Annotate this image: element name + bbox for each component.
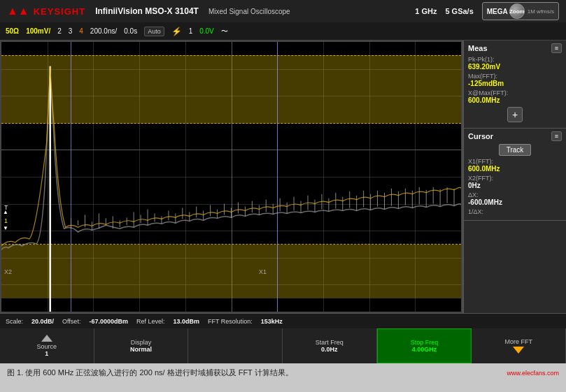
scale-value: 20.0dB/ [31,318,54,325]
ch2-display: 2 [57,27,62,35]
meas-section: Meas ≡ Pk-Pk(1): 639.20mV Max(FFT): -125… [464,41,566,129]
specs-area: 1 GHz 5 GSa/s MEGA Zoom 1M wfms/s [415,2,559,20]
impedance-display: 50Ω [6,27,19,35]
cursor-title: Cursor [468,132,493,140]
time-div-display: 200.0ns/ [90,27,117,35]
logo-area: ▲▲ KEYSIGHT [7,5,85,17]
offset-value: -67.0000dBm [89,318,128,325]
delay-display: 0.0s [124,27,137,35]
scale-bar: Scale: 20.0dB/ Offset: -67.0000dBm Ref L… [0,313,566,328]
more-fft-label: More FFT [504,338,532,345]
x2-fft-value: 0Hz [468,182,562,189]
zoom-text: Zoom [509,8,525,15]
trig-level-display: 0.0V [199,27,214,35]
pk-pk-value: 639.20mV [468,63,562,71]
stop-freq-label: Stop Freq [411,339,439,346]
pk-pk-row: Pk-Pk(1): 639.20mV [468,56,562,71]
bottom-button-bar: Source 1 Display Normal Start Freq 0.0Hz… [0,328,566,363]
caption-area: 图 1. 使用 600 MHz 正弦波输入进行的 200 ns/ 格进行时域捕获… [0,363,566,382]
x2-fft-label: X2(FFT): [468,175,562,182]
ref-level-label: Ref Level: [136,318,165,325]
delta-x-row: ΔX: -600.0MHz [468,191,562,206]
pk-pk-label: Pk-Pk(1): [468,56,562,63]
ch-arrow-up: ▲ [3,209,8,215]
sample-rate-spec: 5 GSa/s [445,7,473,15]
waveform-icon: 〜 [221,27,228,36]
model-label: InfiniiVision MSO-X 3104T [95,6,199,16]
inv-delta-label: 1/ΔX: [468,208,562,215]
fft-res-label: FFT Resolution: [208,318,253,325]
start-freq-value: 0.0Hz [321,346,338,353]
trig-ch-display: 1 [189,27,193,35]
zoom-sub-label: 1M wfms/s [528,8,554,15]
add-measurement-button[interactable]: + [507,107,523,122]
x1-fft-value: 600.0MHz [468,165,562,173]
fft-res-value: 153kHz [261,318,283,325]
offset-label: Offset: [62,318,80,325]
meas-menu-button[interactable]: ≡ [551,43,562,53]
stop-freq-value: 4.00GHz [412,346,437,353]
scale-label: Scale: [6,318,23,325]
delta-x-value: -600.0MHz [468,198,562,206]
track-button[interactable]: Track [499,144,532,156]
cursor-menu-button[interactable]: ≡ [551,131,562,141]
x2-fft-row: X2(FFT): 0Hz [468,175,562,189]
max-fft-row: Max(FFT): -125mdBm [468,73,562,87]
header-bar: ▲▲ KEYSIGHT InfiniiVision MSO-X 3104T Mi… [0,0,566,22]
display-button[interactable]: Display Normal [94,328,189,363]
meas-title: Meas [468,44,488,52]
ch4-display: 4 [79,27,83,35]
mega-text: MEGA [487,8,508,15]
max-fft-label: Max(FFT): [468,73,562,80]
trigger-icon: ⚡ [171,27,182,36]
inv-delta-row: 1/ΔX: [468,208,562,215]
brand-name: KEYSIGHT [34,6,85,17]
volts-div-display: 100mV/ [26,27,50,35]
controls-bar: 50Ω 100mV/ 2 3 4 200.0ns/ 0.0s Auto ⚡ 1 … [0,22,566,41]
x-at-max-row: X@Max(FFT): 600.0MHz [468,89,562,104]
x-at-max-value: 600.0MHz [468,96,562,104]
x1-fft-label: X1(FFT): [468,158,562,165]
meas-header: Meas ≡ [468,43,562,53]
display-label: Display [131,339,152,346]
right-panel: Meas ≡ Pk-Pk(1): 639.20mV Max(FFT): -125… [462,41,566,313]
caption-text: 图 1. 使用 600 MHz 正弦波输入进行的 200 ns/ 格进行时域捕获… [7,368,293,378]
cursor-header: Cursor ≡ [468,131,562,141]
main-area: X2 X1 T 1 ▲ ▼ Meas ≡ Pk-Pk(1): 639.20mV … [0,41,566,313]
ch3-display: 3 [69,27,73,35]
keysight-icon: ▲▲ [7,5,29,17]
frequency-spec: 1 GHz [415,7,437,15]
scope-screen[interactable]: X2 X1 T 1 ▲ ▼ [0,41,462,313]
more-fft-down-arrow [513,347,524,354]
scope-type: Mixed Signal Oscilloscope [208,8,290,15]
x1-label: X1 [259,268,267,275]
display-value: Normal [130,346,152,353]
delta-x-label: ΔX: [468,191,562,198]
start-freq-label: Start Freq [316,339,344,346]
x2-label: X2 [4,268,12,275]
ch1-marker: 1 [4,217,8,224]
x1-fft-row: X1(FFT): 600.0MHz [468,158,562,173]
mega-zoom-badge: MEGA Zoom 1M wfms/s [482,2,559,20]
start-freq-button[interactable]: Start Freq 0.0Hz [283,328,377,363]
source-button[interactable]: Source 1 [0,328,94,363]
zoom-circle: Zoom [509,3,525,19]
source-value: 1 [45,350,48,357]
cursor-section: Cursor ≡ Track X1(FFT): 600.0MHz X2(FFT)… [464,129,566,221]
more-fft-button[interactable]: More FFT [472,328,566,363]
ch-arrow-dn: ▼ [3,225,8,231]
ref-level-value: 13.0dBm [173,318,199,325]
source-label: Source [37,343,57,350]
max-fft-value: -125mdBm [468,80,562,87]
watermark-text: www.elecfans.com [507,370,559,377]
trigger-mode-display: Auto [144,27,164,36]
x-at-max-label: X@Max(FFT): [468,89,562,96]
stop-freq-button[interactable]: Stop Freq 4.00GHz [377,328,472,363]
source-up-arrow [41,335,52,342]
waveform-display [1,42,461,312]
empty-button-3[interactable] [188,328,283,363]
